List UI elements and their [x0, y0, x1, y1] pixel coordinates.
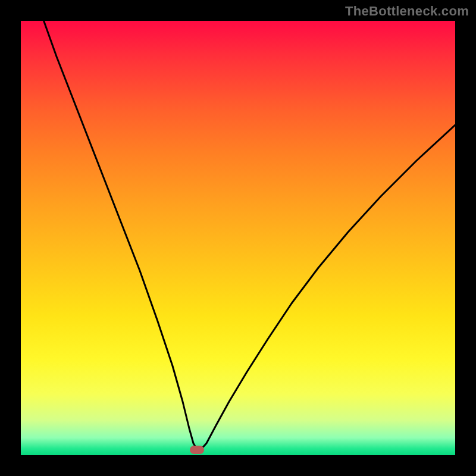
plot-area	[21, 21, 455, 455]
bottleneck-curve	[21, 21, 455, 455]
watermark-text: TheBottleneck.com	[345, 4, 469, 19]
chart-frame: TheBottleneck.com	[0, 0, 476, 476]
optimal-point-marker	[190, 446, 204, 454]
